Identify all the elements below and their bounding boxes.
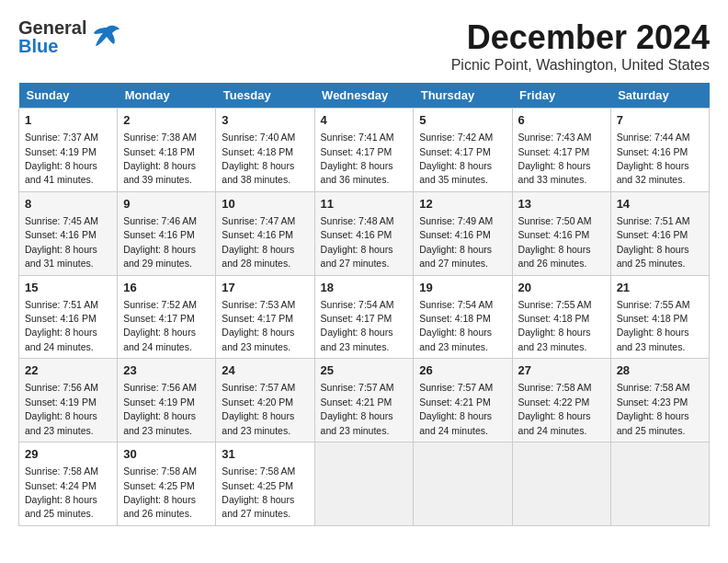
calendar-cell: 22Sunrise: 7:56 AMSunset: 4:19 PMDayligh… [19, 359, 118, 442]
day-info: Sunrise: 7:58 AMSunset: 4:23 PMDaylight:… [617, 382, 690, 435]
calendar-cell: 6Sunrise: 7:43 AMSunset: 4:17 PMDaylight… [512, 109, 610, 192]
day-number: 4 [321, 112, 408, 129]
calendar-cell: 18Sunrise: 7:54 AMSunset: 4:17 PMDayligh… [314, 275, 414, 359]
day-number: 16 [123, 280, 210, 296]
day-info: Sunrise: 7:51 AMSunset: 4:16 PMDaylight:… [617, 215, 690, 269]
day-info: Sunrise: 7:57 AMSunset: 4:21 PMDaylight:… [419, 382, 493, 435]
day-info: Sunrise: 7:44 AMSunset: 4:16 PMDaylight:… [617, 132, 690, 185]
calendar-cell: 13Sunrise: 7:50 AMSunset: 4:16 PMDayligh… [512, 191, 610, 275]
day-info: Sunrise: 7:37 AMSunset: 4:19 PMDaylight:… [25, 132, 98, 185]
day-info: Sunrise: 7:49 AMSunset: 4:16 PMDaylight:… [419, 215, 493, 269]
day-info: Sunrise: 7:54 AMSunset: 4:17 PMDaylight:… [321, 299, 394, 352]
day-info: Sunrise: 7:57 AMSunset: 4:20 PMDaylight:… [222, 382, 295, 435]
col-monday: Monday [118, 83, 216, 109]
day-number: 30 [123, 446, 210, 463]
day-number: 3 [222, 112, 308, 129]
logo-text: General Blue [18, 18, 86, 55]
calendar-cell: 21Sunrise: 7:55 AMSunset: 4:18 PMDayligh… [610, 275, 709, 359]
col-thursday: Thursday [414, 83, 512, 109]
day-info: Sunrise: 7:42 AMSunset: 4:17 PMDaylight:… [419, 132, 493, 185]
day-info: Sunrise: 7:41 AMSunset: 4:17 PMDaylight:… [321, 132, 394, 185]
day-number: 24 [222, 362, 308, 379]
day-info: Sunrise: 7:40 AMSunset: 4:18 PMDaylight:… [222, 132, 295, 185]
day-info: Sunrise: 7:57 AMSunset: 4:21 PMDaylight:… [321, 382, 394, 435]
day-number: 7 [617, 112, 703, 129]
day-info: Sunrise: 7:56 AMSunset: 4:19 PMDaylight:… [25, 382, 98, 435]
day-number: 27 [518, 362, 605, 379]
calendar-cell: 15Sunrise: 7:51 AMSunset: 4:16 PMDayligh… [19, 275, 118, 359]
day-info: Sunrise: 7:52 AMSunset: 4:17 PMDaylight:… [123, 299, 197, 352]
day-number: 20 [518, 280, 605, 296]
calendar-cell: 19Sunrise: 7:54 AMSunset: 4:18 PMDayligh… [414, 275, 512, 359]
day-info: Sunrise: 7:58 AMSunset: 4:25 PMDaylight:… [222, 465, 295, 519]
day-info: Sunrise: 7:45 AMSunset: 4:16 PMDaylight:… [25, 215, 98, 269]
day-number: 21 [617, 280, 703, 296]
calendar-cell: 4Sunrise: 7:41 AMSunset: 4:17 PMDaylight… [314, 109, 414, 192]
calendar-cell: 28Sunrise: 7:58 AMSunset: 4:23 PMDayligh… [610, 359, 709, 442]
day-number: 17 [222, 280, 308, 296]
calendar-cell: 10Sunrise: 7:47 AMSunset: 4:16 PMDayligh… [216, 191, 314, 275]
day-number: 8 [25, 196, 111, 213]
logo-bird-icon [90, 20, 123, 53]
calendar-cell: 29Sunrise: 7:58 AMSunset: 4:24 PMDayligh… [19, 442, 118, 526]
calendar-cell: 9Sunrise: 7:46 AMSunset: 4:16 PMDaylight… [118, 191, 216, 275]
day-number: 5 [419, 112, 506, 129]
day-info: Sunrise: 7:51 AMSunset: 4:16 PMDaylight:… [25, 299, 98, 352]
location-title: Picnic Point, Washington, United States [451, 57, 710, 74]
day-info: Sunrise: 7:50 AMSunset: 4:16 PMDaylight:… [518, 215, 592, 269]
calendar-cell [314, 442, 414, 526]
day-info: Sunrise: 7:54 AMSunset: 4:18 PMDaylight:… [419, 299, 493, 352]
day-info: Sunrise: 7:47 AMSunset: 4:16 PMDaylight:… [222, 215, 295, 269]
day-info: Sunrise: 7:55 AMSunset: 4:18 PMDaylight:… [617, 299, 690, 352]
calendar-cell: 8Sunrise: 7:45 AMSunset: 4:16 PMDaylight… [19, 191, 118, 275]
day-info: Sunrise: 7:53 AMSunset: 4:17 PMDaylight:… [222, 299, 295, 352]
day-info: Sunrise: 7:46 AMSunset: 4:16 PMDaylight:… [123, 215, 197, 269]
day-info: Sunrise: 7:58 AMSunset: 4:25 PMDaylight:… [123, 465, 197, 519]
day-info: Sunrise: 7:56 AMSunset: 4:19 PMDaylight:… [123, 382, 197, 435]
month-title: December 2024 [451, 18, 710, 57]
calendar-cell: 1Sunrise: 7:37 AMSunset: 4:19 PMDaylight… [19, 109, 118, 192]
calendar-cell: 16Sunrise: 7:52 AMSunset: 4:17 PMDayligh… [118, 275, 216, 359]
day-number: 22 [25, 362, 111, 379]
day-number: 18 [321, 280, 408, 296]
day-number: 31 [222, 446, 308, 463]
day-info: Sunrise: 7:58 AMSunset: 4:22 PMDaylight:… [518, 382, 592, 435]
calendar-row: 1Sunrise: 7:37 AMSunset: 4:19 PMDaylight… [19, 109, 710, 192]
col-wednesday: Wednesday [314, 83, 414, 109]
calendar-cell: 5Sunrise: 7:42 AMSunset: 4:17 PMDaylight… [414, 109, 512, 192]
calendar-cell: 25Sunrise: 7:57 AMSunset: 4:21 PMDayligh… [314, 359, 414, 442]
day-number: 25 [321, 362, 408, 379]
calendar-cell: 23Sunrise: 7:56 AMSunset: 4:19 PMDayligh… [118, 359, 216, 442]
day-number: 9 [123, 196, 210, 213]
calendar-cell: 2Sunrise: 7:38 AMSunset: 4:18 PMDaylight… [118, 109, 216, 192]
header: General Blue December 2024 Picnic Point,… [18, 18, 710, 74]
calendar-row: 8Sunrise: 7:45 AMSunset: 4:16 PMDaylight… [19, 191, 710, 275]
calendar-cell: 31Sunrise: 7:58 AMSunset: 4:25 PMDayligh… [216, 442, 314, 526]
day-info: Sunrise: 7:38 AMSunset: 4:18 PMDaylight:… [123, 132, 197, 185]
col-friday: Friday [512, 83, 610, 109]
calendar-row: 22Sunrise: 7:56 AMSunset: 4:19 PMDayligh… [19, 359, 710, 442]
calendar-header-row: Sunday Monday Tuesday Wednesday Thursday… [19, 83, 710, 109]
calendar-row: 15Sunrise: 7:51 AMSunset: 4:16 PMDayligh… [19, 275, 710, 359]
day-number: 14 [617, 196, 703, 213]
calendar-cell [414, 442, 512, 526]
day-number: 29 [25, 446, 111, 463]
day-number: 15 [25, 280, 111, 296]
col-sunday: Sunday [19, 83, 118, 109]
calendar-cell: 11Sunrise: 7:48 AMSunset: 4:16 PMDayligh… [314, 191, 414, 275]
calendar-cell: 17Sunrise: 7:53 AMSunset: 4:17 PMDayligh… [216, 275, 314, 359]
calendar-cell: 30Sunrise: 7:58 AMSunset: 4:25 PMDayligh… [118, 442, 216, 526]
calendar-cell: 27Sunrise: 7:58 AMSunset: 4:22 PMDayligh… [512, 359, 610, 442]
day-number: 2 [123, 112, 210, 129]
calendar-table: Sunday Monday Tuesday Wednesday Thursday… [18, 83, 710, 526]
calendar-cell: 26Sunrise: 7:57 AMSunset: 4:21 PMDayligh… [414, 359, 512, 442]
day-info: Sunrise: 7:48 AMSunset: 4:16 PMDaylight:… [321, 215, 394, 269]
logo: General Blue [18, 18, 123, 55]
calendar-cell: 7Sunrise: 7:44 AMSunset: 4:16 PMDaylight… [610, 109, 709, 192]
day-info: Sunrise: 7:58 AMSunset: 4:24 PMDaylight:… [25, 465, 98, 519]
day-info: Sunrise: 7:55 AMSunset: 4:18 PMDaylight:… [518, 299, 592, 352]
col-tuesday: Tuesday [216, 83, 314, 109]
calendar-cell: 20Sunrise: 7:55 AMSunset: 4:18 PMDayligh… [512, 275, 610, 359]
day-number: 6 [518, 112, 605, 129]
day-number: 10 [222, 196, 308, 213]
